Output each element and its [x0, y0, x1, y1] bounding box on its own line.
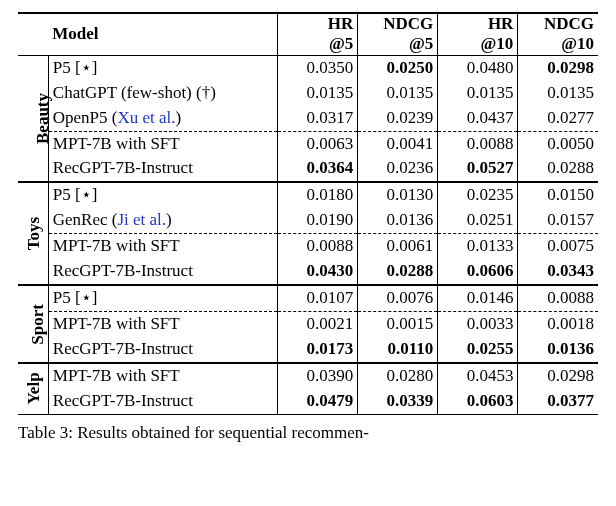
cell-hr5: 0.0479 — [278, 389, 358, 414]
cell-ndcg10: 0.0157 — [518, 208, 598, 233]
cell-ndcg5: 0.0236 — [358, 156, 438, 182]
model-name: ChatGPT (few-shot) (†) — [48, 81, 277, 106]
header-nd10_a: NDCG — [518, 13, 598, 34]
group-label-text: Yelp — [23, 373, 46, 405]
cell-hr5: 0.0021 — [278, 312, 358, 337]
model-name: GenRec (Ji et al.) — [48, 208, 277, 233]
cell-ndcg10: 0.0136 — [518, 337, 598, 363]
model-name: RecGPT-7B-Instruct — [48, 337, 277, 363]
star-icon: ⋆ — [81, 58, 92, 77]
model-name: RecGPT-7B-Instruct — [48, 156, 277, 182]
group-label-sport: Sport — [18, 285, 48, 363]
cell-hr5: 0.0135 — [278, 81, 358, 106]
cell-ndcg5: 0.0135 — [358, 81, 438, 106]
cell-hr5: 0.0430 — [278, 259, 358, 285]
group-label-text: Sport — [27, 304, 50, 345]
model-name: P5 [⋆] — [48, 285, 277, 311]
header-nd5_a: NDCG — [358, 13, 438, 34]
model-name: MPT-7B with SFT — [48, 131, 277, 156]
cell-hr5: 0.0317 — [278, 106, 358, 131]
model-name: P5 [⋆] — [48, 55, 277, 80]
model-name: MPT-7B with SFT — [48, 363, 277, 389]
cell-hr5: 0.0180 — [278, 182, 358, 208]
citation-link[interactable]: Xu et al. — [118, 108, 176, 127]
cell-hr10: 0.0606 — [438, 259, 518, 285]
model-name: OpenP5 (Xu et al.) — [48, 106, 277, 131]
cell-hr5: 0.0390 — [278, 363, 358, 389]
model-name: RecGPT-7B-Instruct — [48, 259, 277, 285]
model-name: P5 [⋆] — [48, 182, 277, 208]
cell-hr5: 0.0350 — [278, 55, 358, 80]
cell-ndcg5: 0.0239 — [358, 106, 438, 131]
cell-hr10: 0.0235 — [438, 182, 518, 208]
cell-hr5: 0.0107 — [278, 285, 358, 311]
citation-link[interactable]: Ji et al. — [117, 210, 166, 229]
cell-hr5: 0.0063 — [278, 131, 358, 156]
cell-hr10: 0.0603 — [438, 389, 518, 414]
cell-ndcg5: 0.0130 — [358, 182, 438, 208]
header-hr5_b: @5 — [278, 34, 358, 55]
cell-hr5: 0.0364 — [278, 156, 358, 182]
header-nd10_b: @10 — [518, 34, 598, 55]
cell-hr10: 0.0527 — [438, 156, 518, 182]
header-hr5_a: HR — [278, 13, 358, 34]
cell-hr10: 0.0453 — [438, 363, 518, 389]
cell-ndcg10: 0.0018 — [518, 312, 598, 337]
cell-ndcg10: 0.0075 — [518, 234, 598, 259]
cell-hr10: 0.0437 — [438, 106, 518, 131]
group-label-beauty: Beauty — [18, 55, 48, 182]
cell-hr10: 0.0480 — [438, 55, 518, 80]
cell-hr5: 0.0088 — [278, 234, 358, 259]
cell-ndcg5: 0.0015 — [358, 312, 438, 337]
cell-ndcg10: 0.0343 — [518, 259, 598, 285]
cell-ndcg5: 0.0110 — [358, 337, 438, 363]
group-label-yelp: Yelp — [18, 363, 48, 414]
cell-ndcg10: 0.0377 — [518, 389, 598, 414]
model-name: RecGPT-7B-Instruct — [48, 389, 277, 414]
cell-ndcg5: 0.0339 — [358, 389, 438, 414]
cell-ndcg10: 0.0298 — [518, 55, 598, 80]
cell-ndcg5: 0.0041 — [358, 131, 438, 156]
cell-ndcg10: 0.0150 — [518, 182, 598, 208]
cell-ndcg5: 0.0280 — [358, 363, 438, 389]
cell-ndcg10: 0.0277 — [518, 106, 598, 131]
group-label-text: Toys — [23, 217, 46, 250]
cell-hr10: 0.0135 — [438, 81, 518, 106]
cell-hr10: 0.0133 — [438, 234, 518, 259]
cell-hr5: 0.0173 — [278, 337, 358, 363]
header-spacer — [18, 13, 48, 55]
cell-hr10: 0.0255 — [438, 337, 518, 363]
header-model: Model — [48, 13, 277, 55]
group-label-toys: Toys — [18, 182, 48, 285]
cell-ndcg5: 0.0136 — [358, 208, 438, 233]
cell-hr10: 0.0146 — [438, 285, 518, 311]
results-table: ModelHRNDCGHRNDCG@5@5@10@10BeautyP5 [⋆]0… — [18, 12, 598, 415]
header-nd5_b: @5 — [358, 34, 438, 55]
cell-hr10: 0.0088 — [438, 131, 518, 156]
table-caption: Table 3: Results obtained for sequential… — [18, 423, 598, 443]
group-label-text: Beauty — [32, 93, 55, 144]
star-icon: ⋆ — [81, 288, 92, 307]
cell-ndcg10: 0.0135 — [518, 81, 598, 106]
cell-ndcg5: 0.0076 — [358, 285, 438, 311]
model-name: MPT-7B with SFT — [48, 234, 277, 259]
cell-ndcg5: 0.0288 — [358, 259, 438, 285]
cell-ndcg10: 0.0288 — [518, 156, 598, 182]
header-hr10_a: HR — [438, 13, 518, 34]
star-icon: ⋆ — [81, 185, 92, 204]
cell-hr5: 0.0190 — [278, 208, 358, 233]
model-name: MPT-7B with SFT — [48, 312, 277, 337]
cell-ndcg10: 0.0088 — [518, 285, 598, 311]
cell-ndcg10: 0.0298 — [518, 363, 598, 389]
cell-hr10: 0.0251 — [438, 208, 518, 233]
cell-ndcg5: 0.0250 — [358, 55, 438, 80]
cell-hr10: 0.0033 — [438, 312, 518, 337]
header-hr10_b: @10 — [438, 34, 518, 55]
cell-ndcg5: 0.0061 — [358, 234, 438, 259]
cell-ndcg10: 0.0050 — [518, 131, 598, 156]
